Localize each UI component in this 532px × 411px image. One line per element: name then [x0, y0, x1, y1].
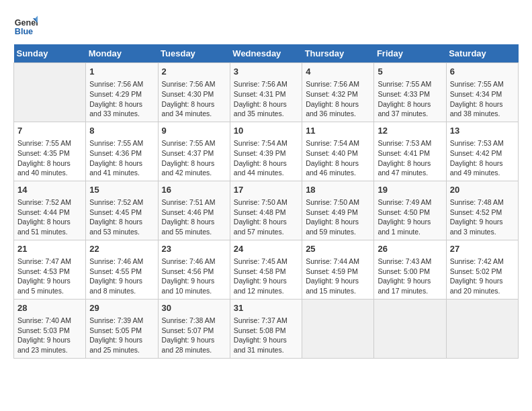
day-info: Sunrise: 7:56 AM Sunset: 4:31 PM Dayligh…	[234, 79, 298, 119]
page-header: General Blue	[13, 13, 519, 38]
day-cell: 30Sunrise: 7:38 AM Sunset: 5:07 PM Dayli…	[158, 299, 230, 358]
day-cell: 29Sunrise: 7:39 AM Sunset: 5:05 PM Dayli…	[86, 299, 158, 358]
day-number: 24	[234, 243, 298, 255]
day-cell: 9Sunrise: 7:55 AM Sunset: 4:37 PM Daylig…	[158, 122, 230, 181]
day-cell: 6Sunrise: 7:55 AM Sunset: 4:34 PM Daylig…	[446, 63, 518, 122]
day-info: Sunrise: 7:44 AM Sunset: 4:59 PM Dayligh…	[306, 257, 370, 296]
day-number: 30	[162, 302, 226, 314]
day-number: 7	[17, 125, 82, 137]
day-info: Sunrise: 7:50 AM Sunset: 4:48 PM Dayligh…	[234, 197, 298, 237]
calendar-table: SundayMondayTuesdayWednesdayThursdayFrid…	[13, 44, 519, 359]
day-cell: 8Sunrise: 7:55 AM Sunset: 4:36 PM Daylig…	[86, 122, 158, 181]
day-info: Sunrise: 7:52 AM Sunset: 4:44 PM Dayligh…	[17, 197, 82, 237]
day-number: 1	[89, 66, 154, 78]
day-cell: 5Sunrise: 7:55 AM Sunset: 4:33 PM Daylig…	[374, 63, 446, 122]
day-info: Sunrise: 7:38 AM Sunset: 5:07 PM Dayligh…	[162, 316, 226, 355]
day-number: 8	[89, 125, 154, 137]
logo-icon: General Blue	[13, 13, 38, 38]
day-cell: 31Sunrise: 7:37 AM Sunset: 5:08 PM Dayli…	[230, 299, 302, 358]
day-info: Sunrise: 7:55 AM Sunset: 4:35 PM Dayligh…	[17, 138, 82, 178]
day-info: Sunrise: 7:47 AM Sunset: 4:53 PM Dayligh…	[17, 257, 82, 296]
day-number: 20	[450, 184, 515, 196]
day-number: 4	[306, 66, 370, 78]
header-sunday: Sunday	[14, 44, 86, 63]
day-number: 28	[17, 302, 82, 314]
day-info: Sunrise: 7:51 AM Sunset: 4:46 PM Dayligh…	[162, 197, 226, 237]
header-monday: Monday	[86, 44, 158, 63]
day-info: Sunrise: 7:53 AM Sunset: 4:41 PM Dayligh…	[378, 138, 442, 178]
day-info: Sunrise: 7:49 AM Sunset: 4:50 PM Dayligh…	[378, 197, 442, 237]
day-info: Sunrise: 7:56 AM Sunset: 4:32 PM Dayligh…	[306, 79, 370, 119]
day-number: 17	[234, 184, 298, 196]
day-cell: 17Sunrise: 7:50 AM Sunset: 4:48 PM Dayli…	[230, 181, 302, 240]
day-cell: 15Sunrise: 7:52 AM Sunset: 4:45 PM Dayli…	[86, 181, 158, 240]
day-info: Sunrise: 7:46 AM Sunset: 4:55 PM Dayligh…	[89, 257, 154, 296]
header-wednesday: Wednesday	[230, 44, 302, 63]
day-info: Sunrise: 7:40 AM Sunset: 5:03 PM Dayligh…	[17, 316, 82, 355]
day-cell: 13Sunrise: 7:53 AM Sunset: 4:42 PM Dayli…	[446, 122, 518, 181]
day-cell: 2Sunrise: 7:56 AM Sunset: 4:30 PM Daylig…	[158, 63, 230, 122]
day-number: 19	[378, 184, 442, 196]
logo: General Blue	[13, 13, 40, 38]
day-cell	[374, 299, 446, 358]
day-info: Sunrise: 7:55 AM Sunset: 4:34 PM Dayligh…	[450, 79, 515, 119]
day-cell: 14Sunrise: 7:52 AM Sunset: 4:44 PM Dayli…	[14, 181, 86, 240]
day-info: Sunrise: 7:39 AM Sunset: 5:05 PM Dayligh…	[89, 316, 154, 355]
day-cell: 7Sunrise: 7:55 AM Sunset: 4:35 PM Daylig…	[14, 122, 86, 181]
day-cell: 24Sunrise: 7:45 AM Sunset: 4:58 PM Dayli…	[230, 240, 302, 299]
day-cell: 26Sunrise: 7:43 AM Sunset: 5:00 PM Dayli…	[374, 240, 446, 299]
day-number: 25	[306, 243, 370, 255]
calendar-header-row: SundayMondayTuesdayWednesdayThursdayFrid…	[14, 44, 519, 63]
day-number: 16	[162, 184, 226, 196]
day-cell	[446, 299, 518, 358]
day-number: 21	[17, 243, 82, 255]
day-cell: 10Sunrise: 7:54 AM Sunset: 4:39 PM Dayli…	[230, 122, 302, 181]
week-row-1: 1Sunrise: 7:56 AM Sunset: 4:29 PM Daylig…	[14, 63, 519, 122]
day-info: Sunrise: 7:55 AM Sunset: 4:36 PM Dayligh…	[89, 138, 154, 178]
day-cell: 3Sunrise: 7:56 AM Sunset: 4:31 PM Daylig…	[230, 63, 302, 122]
day-info: Sunrise: 7:55 AM Sunset: 4:37 PM Dayligh…	[162, 138, 226, 178]
day-cell: 28Sunrise: 7:40 AM Sunset: 5:03 PM Dayli…	[14, 299, 86, 358]
day-info: Sunrise: 7:52 AM Sunset: 4:45 PM Dayligh…	[89, 197, 154, 237]
day-number: 31	[234, 302, 298, 314]
day-number: 23	[162, 243, 226, 255]
header-thursday: Thursday	[302, 44, 374, 63]
day-info: Sunrise: 7:54 AM Sunset: 4:40 PM Dayligh…	[306, 138, 370, 178]
day-number: 9	[162, 125, 226, 137]
day-number: 3	[234, 66, 298, 78]
day-info: Sunrise: 7:42 AM Sunset: 5:02 PM Dayligh…	[450, 257, 515, 296]
header-tuesday: Tuesday	[158, 44, 230, 63]
day-info: Sunrise: 7:55 AM Sunset: 4:33 PM Dayligh…	[378, 79, 442, 119]
day-cell: 12Sunrise: 7:53 AM Sunset: 4:41 PM Dayli…	[374, 122, 446, 181]
day-cell: 11Sunrise: 7:54 AM Sunset: 4:40 PM Dayli…	[302, 122, 374, 181]
header-saturday: Saturday	[446, 44, 518, 63]
day-number: 14	[17, 184, 82, 196]
day-number: 10	[234, 125, 298, 137]
day-info: Sunrise: 7:50 AM Sunset: 4:49 PM Dayligh…	[306, 197, 370, 237]
day-number: 11	[306, 125, 370, 137]
day-number: 12	[378, 125, 442, 137]
day-number: 2	[162, 66, 226, 78]
day-number: 15	[89, 184, 154, 196]
day-info: Sunrise: 7:46 AM Sunset: 4:56 PM Dayligh…	[162, 257, 226, 296]
day-info: Sunrise: 7:53 AM Sunset: 4:42 PM Dayligh…	[450, 138, 515, 178]
day-info: Sunrise: 7:43 AM Sunset: 5:00 PM Dayligh…	[378, 257, 442, 296]
day-cell: 25Sunrise: 7:44 AM Sunset: 4:59 PM Dayli…	[302, 240, 374, 299]
day-cell: 23Sunrise: 7:46 AM Sunset: 4:56 PM Dayli…	[158, 240, 230, 299]
day-number: 5	[378, 66, 442, 78]
day-info: Sunrise: 7:56 AM Sunset: 4:29 PM Dayligh…	[89, 79, 154, 119]
day-cell: 21Sunrise: 7:47 AM Sunset: 4:53 PM Dayli…	[14, 240, 86, 299]
day-number: 29	[89, 302, 154, 314]
day-info: Sunrise: 7:54 AM Sunset: 4:39 PM Dayligh…	[234, 138, 298, 178]
day-number: 22	[89, 243, 154, 255]
day-number: 13	[450, 125, 515, 137]
day-cell: 19Sunrise: 7:49 AM Sunset: 4:50 PM Dayli…	[374, 181, 446, 240]
day-number: 27	[450, 243, 515, 255]
day-cell: 4Sunrise: 7:56 AM Sunset: 4:32 PM Daylig…	[302, 63, 374, 122]
week-row-2: 7Sunrise: 7:55 AM Sunset: 4:35 PM Daylig…	[14, 122, 519, 181]
week-row-4: 21Sunrise: 7:47 AM Sunset: 4:53 PM Dayli…	[14, 240, 519, 299]
day-cell: 27Sunrise: 7:42 AM Sunset: 5:02 PM Dayli…	[446, 240, 518, 299]
day-cell: 16Sunrise: 7:51 AM Sunset: 4:46 PM Dayli…	[158, 181, 230, 240]
day-cell: 22Sunrise: 7:46 AM Sunset: 4:55 PM Dayli…	[86, 240, 158, 299]
day-info: Sunrise: 7:37 AM Sunset: 5:08 PM Dayligh…	[234, 316, 298, 355]
